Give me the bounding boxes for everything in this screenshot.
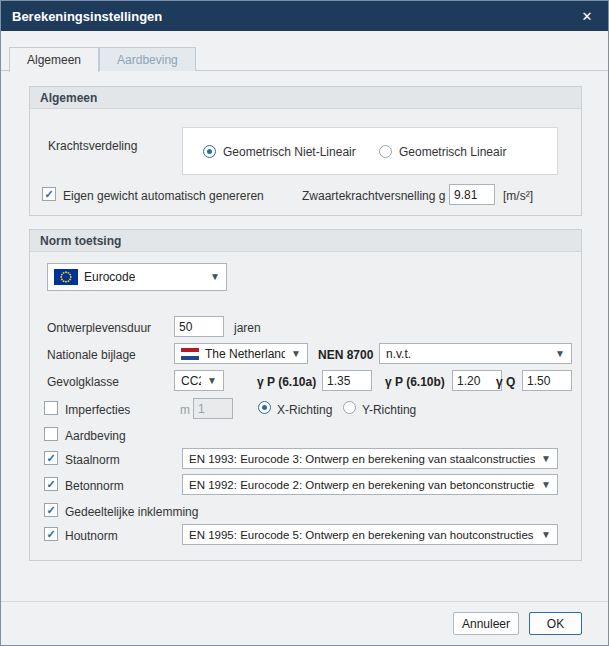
nationale-bijlage-select[interactable]: The Netherlands ▼	[174, 343, 308, 364]
nen8700-label: NEN 8700	[318, 348, 373, 362]
titlebar[interactable]: Berekeningsinstellingen ✕	[1, 1, 608, 31]
ok-button[interactable]: OK	[529, 612, 582, 635]
tab-algemeen-label: Algemeen	[27, 53, 81, 67]
dropdown-arrow-icon[interactable]: ▼	[541, 454, 551, 464]
group-algemeen: Algemeen Krachtsverdeling Geometrisch Ni…	[29, 86, 582, 216]
gamma-p-610a-label: γ P (6.10a)	[257, 375, 316, 389]
tab-aardbeving[interactable]: Aardbeving	[99, 47, 196, 71]
radio-geometrisch-niet-lineair-label: Geometrisch Niet-Lineair	[223, 145, 356, 159]
ok-button-label: OK	[547, 617, 564, 631]
gevolgklasse-value: CC2	[181, 374, 201, 388]
checkbox-aardbeving[interactable]	[44, 427, 58, 441]
staalnorm-value: EN 1993: Eurocode 3: Ontwerp en berekeni…	[189, 453, 535, 465]
group-norm-title: Norm toetsing	[40, 234, 121, 248]
nen8700-select[interactable]: n.v.t. ▼	[379, 343, 572, 364]
houtnorm-select[interactable]: EN 1995: Eurocode 5: Ontwerp en berekeni…	[182, 524, 558, 545]
betonnorm-select[interactable]: EN 1992: Eurocode 2: Ontwerp en berekeni…	[182, 474, 558, 495]
cancel-button-label: Annuleer	[462, 617, 510, 631]
x-richting-label: X-Richting	[277, 403, 332, 417]
dropdown-arrow-icon[interactable]: ▼	[541, 530, 551, 540]
group-norm-toetsing: Norm toetsing Eurocode ▼ Ontwerplevensdu…	[29, 229, 582, 561]
krachtsverdeling-panel: Geometrisch Niet-Lineair Geometrisch Lin…	[182, 127, 558, 175]
y-richting-label: Y-Richting	[362, 403, 416, 417]
zwaartekracht-input[interactable]	[449, 184, 495, 205]
dialog-title: Berekeningsinstellingen	[12, 9, 162, 24]
gamma-p-610b-label: γ P (6.10b)	[385, 375, 445, 389]
gamma-p-610b-input[interactable]	[452, 370, 502, 391]
checkbox-imperfecties[interactable]	[44, 401, 58, 415]
staalnorm-label: Staalnorm	[65, 453, 120, 467]
checkbox-eigen-gewicht[interactable]: ✓	[42, 187, 56, 201]
staalnorm-select[interactable]: EN 1993: Eurocode 3: Ontwerp en berekeni…	[182, 448, 558, 469]
nationale-bijlage-label: Nationale bijlage	[47, 348, 136, 362]
radio-geometrisch-lineair-label: Geometrisch Lineair	[399, 145, 506, 159]
check-icon: ✓	[46, 505, 55, 516]
houtnorm-value: EN 1995: Eurocode 5: Ontwerp en berekeni…	[189, 529, 534, 541]
dropdown-arrow-icon[interactable]: ▼	[541, 480, 551, 490]
close-icon[interactable]: ✕	[577, 9, 597, 24]
eu-flag-icon	[54, 269, 78, 285]
checkbox-staalnorm[interactable]: ✓	[44, 451, 58, 465]
ontwerplevensduur-unit: jaren	[234, 321, 261, 335]
radio-x-richting[interactable]	[258, 401, 271, 414]
gevolgklasse-label: Gevolgklasse	[47, 375, 119, 389]
krachtsverdeling-label: Krachtsverdeling	[48, 139, 137, 153]
radio-y-richting[interactable]	[343, 401, 356, 414]
norm-code-value: Eurocode	[84, 270, 135, 284]
radio-geometrisch-niet-lineair[interactable]	[203, 145, 216, 158]
imperfecties-label: Imperfecties	[65, 403, 130, 417]
dropdown-arrow-icon[interactable]: ▼	[555, 349, 565, 359]
ontwerplevensduur-input[interactable]	[174, 316, 224, 337]
norm-code-select[interactable]: Eurocode ▼	[47, 263, 227, 291]
nationale-bijlage-value: The Netherlands	[205, 347, 285, 361]
betonnorm-value: EN 1992: Eurocode 2: Ontwerp en berekeni…	[189, 479, 535, 491]
aardbeving-label: Aardbeving	[65, 429, 126, 443]
gamma-q-input[interactable]	[522, 370, 572, 391]
dropdown-arrow-icon[interactable]: ▼	[210, 272, 220, 282]
betonnorm-label: Betonnorm	[65, 479, 124, 493]
m-label: m	[180, 403, 190, 417]
gevolgklasse-select[interactable]: CC2 ▼	[174, 370, 224, 391]
checkbox-gedeeltelijke-inklemming[interactable]: ✓	[44, 503, 58, 517]
tab-algemeen[interactable]: Algemeen	[9, 47, 99, 72]
check-icon: ✓	[46, 453, 55, 464]
ontwerplevensduur-label: Ontwerplevensduur	[47, 321, 151, 335]
nl-flag-icon	[181, 348, 199, 360]
group-algemeen-header: Algemeen	[30, 87, 581, 109]
radio-geometrisch-lineair[interactable]	[379, 145, 392, 158]
houtnorm-label: Houtnorm	[65, 529, 118, 543]
dropdown-arrow-icon[interactable]: ▼	[291, 349, 301, 359]
eigen-gewicht-label: Eigen gewicht automatisch genereren	[63, 189, 264, 203]
check-icon: ✓	[44, 189, 53, 200]
group-norm-header: Norm toetsing	[30, 230, 581, 252]
tab-aardbeving-label: Aardbeving	[117, 53, 178, 67]
check-icon: ✓	[46, 529, 55, 540]
tab-bar: Algemeen Aardbeving	[9, 47, 196, 72]
gamma-q-label: γ Q	[496, 375, 515, 389]
dialog-berekeningsinstellingen: Berekeningsinstellingen ✕ Algemeen Aardb…	[0, 0, 609, 646]
m-input	[193, 398, 233, 419]
zwaartekracht-label: Zwaartekrachtversnelling g	[302, 189, 445, 203]
gedeeltelijke-inklemming-label: Gedeeltelijke inklemming	[65, 505, 198, 519]
nen8700-value: n.v.t.	[386, 347, 411, 361]
cancel-button[interactable]: Annuleer	[453, 612, 519, 635]
check-icon: ✓	[46, 479, 55, 490]
checkbox-houtnorm[interactable]: ✓	[44, 527, 58, 541]
checkbox-betonnorm[interactable]: ✓	[44, 477, 58, 491]
footer-divider	[1, 601, 608, 602]
zwaartekracht-unit: [m/s²]	[503, 189, 533, 203]
dropdown-arrow-icon[interactable]: ▼	[207, 376, 217, 386]
group-algemeen-title: Algemeen	[40, 91, 97, 105]
gamma-p-610a-input[interactable]	[322, 370, 372, 391]
